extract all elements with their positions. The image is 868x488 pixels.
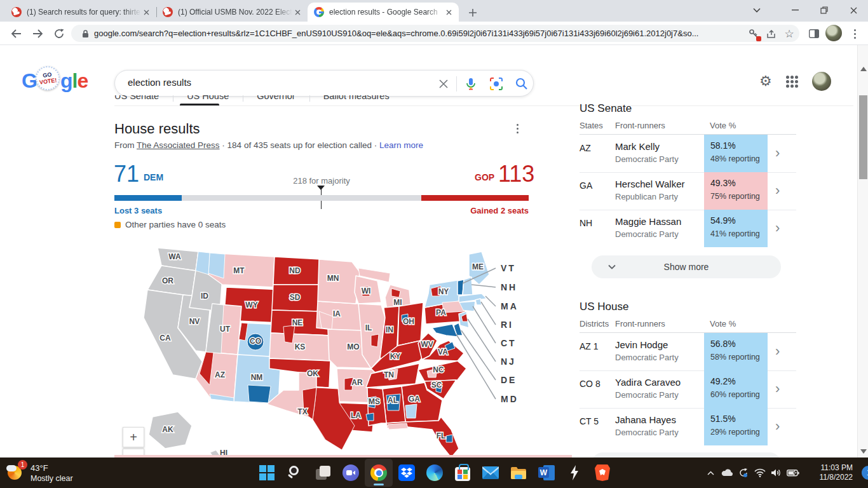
edge-taskbar-button[interactable] [421, 459, 449, 487]
word-taskbar-button[interactable]: W [532, 459, 560, 487]
candidate-party: Democratic Party [615, 229, 679, 239]
senate-show-more-button[interactable]: Show more [592, 255, 781, 278]
search-box[interactable] [114, 70, 534, 97]
file-explorer-taskbar-button[interactable] [505, 459, 532, 487]
password-key-icon[interactable] [747, 27, 760, 40]
results-menu-kebab[interactable] [517, 124, 519, 133]
map-label-NY: NY [438, 287, 449, 296]
row-state: NH [580, 218, 592, 228]
weather-widget[interactable]: 1 43°F Mostly clear [6, 459, 73, 487]
tab-close-icon[interactable] [141, 7, 151, 17]
windows-taskbar: 1 43°F Mostly clear W [0, 458, 868, 488]
senate-row-AZ[interactable]: AZMark KellyDemocratic Party58.1%48% rep… [580, 135, 853, 172]
house-section-title: US House [580, 301, 628, 313]
google-lens-icon[interactable] [489, 76, 504, 92]
bookmark-star-icon[interactable]: ☆ [783, 27, 796, 40]
map-label-ID: ID [201, 292, 208, 301]
gop-label: GOP [475, 172, 494, 182]
sync-update-icon[interactable] [737, 465, 750, 480]
scroll-down-arrow[interactable] [860, 449, 867, 454]
tray-chevron-icon[interactable] [704, 465, 717, 480]
scrollbar-thumb[interactable] [859, 95, 867, 179]
reporting-percent: 75% reporting [710, 192, 760, 201]
taskbar-clock[interactable]: 11:03 PM 11/8/2022 [806, 463, 853, 482]
house-show-more-button[interactable]: Show more [592, 452, 781, 458]
chat-button[interactable] [337, 459, 365, 487]
results-tab-governor[interactable]: Governor [243, 95, 309, 101]
voice-search-icon[interactable] [463, 76, 478, 92]
page-scrollbar[interactable] [857, 45, 868, 458]
dropbox-taskbar-button[interactable] [393, 459, 421, 487]
search-icon [287, 465, 302, 480]
volume-icon[interactable] [770, 465, 783, 480]
map-district-patch [371, 334, 379, 347]
search-input[interactable] [128, 77, 433, 88]
lightning-app-button[interactable] [560, 459, 588, 487]
results-tab-us-house[interactable]: US House [173, 95, 243, 101]
clear-search-icon[interactable] [436, 76, 451, 92]
chevron-right-icon[interactable]: › [775, 145, 780, 161]
brave-taskbar-button[interactable] [588, 459, 616, 487]
map-label-MI: MI [393, 298, 402, 307]
browser-tab[interactable]: (1) Official USMB Nov. 2022 Elect [156, 3, 308, 22]
tab-close-icon[interactable] [444, 7, 454, 17]
reload-button[interactable] [51, 25, 67, 42]
mail-icon [482, 466, 499, 479]
map-label-CO: CO [250, 337, 261, 346]
search-submit-icon[interactable] [514, 76, 529, 92]
chrome-taskbar-button[interactable] [365, 459, 393, 487]
senate-row-GA[interactable]: GAHerschel WalkerRepublican Party49.3%75… [580, 172, 853, 210]
dem-seat-count: 71 [114, 161, 139, 187]
start-button[interactable] [253, 459, 281, 487]
url-text: google.com/search?q=election+results&rlz… [94, 29, 742, 38]
zoom-in-button[interactable]: + [123, 427, 144, 447]
house-row-AZ1[interactable]: AZ 1Jevin HodgeDemocratic Party56.8%58% … [580, 333, 853, 370]
taskbar-search[interactable] [281, 459, 309, 487]
browser-tab[interactable]: election results - Google Search [308, 3, 459, 22]
back-button[interactable] [8, 25, 24, 42]
map-label-OK: OK [307, 369, 318, 378]
chevron-right-icon[interactable]: › [775, 381, 780, 397]
scroll-up-arrow[interactable] [860, 67, 867, 71]
browser-menu-kebab[interactable] [846, 25, 863, 42]
results-tab-ballot-measures[interactable]: Ballot measures [309, 95, 403, 101]
mail-taskbar-button[interactable] [477, 459, 505, 487]
house-row-CT5[interactable]: CT 5Jahana HayesDemocratic Party51.5%29%… [580, 408, 853, 445]
onedrive-cloud-icon[interactable] [721, 465, 733, 480]
minimize-button[interactable] [780, 0, 810, 20]
store-taskbar-button[interactable] [449, 459, 477, 487]
close-button[interactable] [839, 0, 868, 20]
lightning-icon [569, 465, 580, 480]
browser-tab[interactable]: (1) Search results for query: thirte [5, 3, 156, 22]
row-state: CT 5 [580, 416, 599, 426]
restore-button[interactable] [810, 0, 839, 20]
new-tab-button[interactable] [464, 4, 482, 22]
browser-profile-avatar[interactable] [825, 25, 842, 41]
learn-more-link[interactable]: Learn more [379, 140, 423, 150]
chevron-right-icon[interactable]: › [775, 220, 780, 236]
house-row-CO8[interactable]: CO 8Yadira CaraveoDemocratic Party49.2%6… [580, 370, 853, 408]
chevron-right-icon[interactable]: › [775, 343, 780, 360]
map-state-RI[interactable] [475, 299, 482, 305]
notification-badge[interactable]: 1 [862, 466, 868, 480]
side-panel-icon[interactable] [806, 25, 822, 42]
reporting-percent: 29% reporting [710, 428, 760, 437]
chevron-right-icon[interactable]: › [775, 418, 780, 435]
share-icon[interactable] [765, 27, 778, 40]
microsoft-store-icon [455, 467, 470, 481]
tab-search-button[interactable] [746, 0, 768, 20]
map-label-UT: UT [220, 325, 231, 334]
senate-row-NH[interactable]: NHMaggie HassanDemocratic Party54.9%41% … [580, 210, 853, 247]
map-state-MD[interactable] [432, 324, 458, 337]
battery-icon[interactable] [787, 465, 799, 480]
source-link[interactable]: The Associated Press [137, 140, 220, 150]
task-view-button[interactable] [309, 459, 337, 487]
senate-section-title: US Senate [580, 102, 632, 115]
address-bar[interactable]: google.com/search?q=election+results&rlz… [71, 25, 799, 42]
chevron-right-icon[interactable]: › [775, 182, 780, 199]
tab-close-icon[interactable] [292, 7, 302, 17]
us-house-map[interactable]: WAORCANVIDMTWYUTCOAZNMNDSDNEKSOKTXLAARMO… [114, 234, 531, 458]
wifi-icon[interactable] [754, 465, 766, 480]
results-tab-us-senate[interactable]: US Senate [114, 95, 173, 101]
forward-button[interactable] [29, 25, 46, 42]
